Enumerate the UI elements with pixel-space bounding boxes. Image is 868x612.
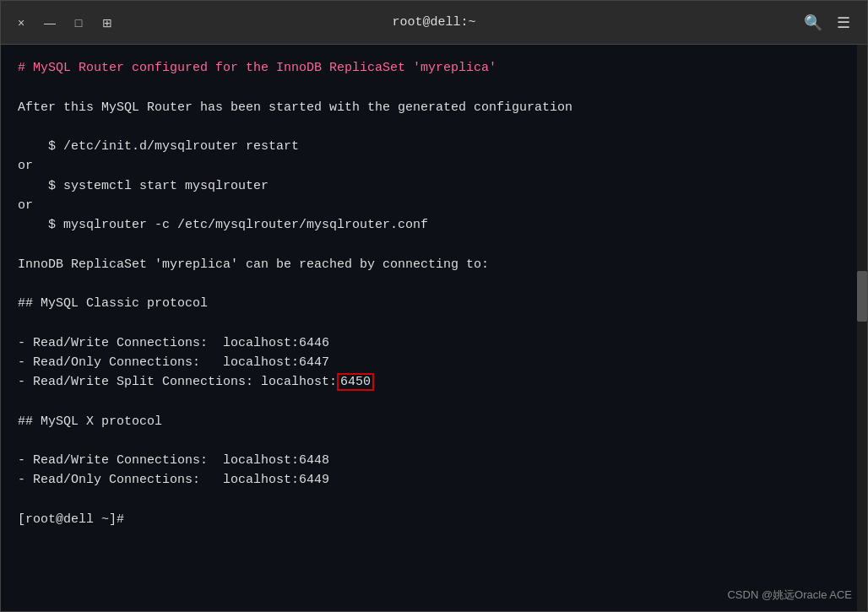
highlight-prefix: - Read/Write Split Connections: localhos… (18, 375, 337, 389)
terminal-body: # MySQL Router configured for the InnoDB… (1, 45, 867, 611)
title-bar-left: × — □ ⊞ (11, 13, 117, 33)
terminal-empty-line (18, 78, 850, 97)
close-button[interactable]: × (11, 13, 31, 33)
highlight-value: 6450 (337, 373, 374, 391)
maximize-button[interactable]: □ (68, 13, 89, 33)
terminal-line: - Read/Only Connections: localhost:6449 (18, 470, 850, 490)
terminal-window: × — □ ⊞ root@dell:~ 🔍 ☰ # MySQL Router c… (0, 0, 868, 612)
terminal-highlight-line: - Read/Write Split Connections: localhos… (18, 372, 850, 392)
terminal-empty-line (18, 490, 850, 510)
window-title: root@dell:~ (392, 15, 475, 30)
terminal-line: InnoDB ReplicaSet 'myreplica' can be rea… (18, 255, 850, 274)
terminal-line: or (18, 156, 850, 176)
terminal-line: $ mysqlrouter -c /etc/mysqlrouter/mysqlr… (18, 215, 850, 235)
watermark: CSDN @姚远Oracle ACE (727, 588, 852, 603)
terminal-line: - Read/Write Connections: localhost:6446 (18, 333, 850, 353)
terminal-line: - Read/Only Connections: localhost:6447 (18, 353, 850, 372)
terminal-comment-line: # MySQL Router configured for the InnoDB… (18, 58, 850, 78)
terminal-empty-line (18, 313, 850, 333)
terminal-line: ## MySQL Classic protocol (18, 294, 850, 313)
title-bar: × — □ ⊞ root@dell:~ 🔍 ☰ (1, 1, 867, 45)
terminal-line: or (18, 196, 850, 215)
scrollbar[interactable] (857, 45, 867, 611)
terminal-empty-line (18, 274, 850, 294)
terminal-empty-line (18, 431, 850, 451)
terminal-line: [root@dell ~]# (18, 510, 850, 529)
new-tab-button[interactable]: ⊞ (97, 13, 117, 33)
scrollbar-thumb[interactable] (857, 271, 867, 322)
menu-button[interactable]: ☰ (830, 9, 857, 36)
title-bar-right: 🔍 ☰ (800, 9, 857, 36)
terminal-empty-line (18, 392, 850, 411)
terminal-empty-line (18, 235, 850, 254)
terminal-line: ## MySQL X protocol (18, 412, 850, 431)
minimize-button[interactable]: — (40, 13, 60, 33)
terminal-line: $ systemctl start mysqlrouter (18, 176, 850, 196)
search-button[interactable]: 🔍 (800, 9, 827, 36)
terminal-line: $ /etc/init.d/mysqlrouter restart (18, 137, 850, 156)
terminal-line: After this MySQL Router has been started… (18, 98, 850, 117)
terminal-line: - Read/Write Connections: localhost:6448 (18, 451, 850, 470)
terminal-empty-line (18, 117, 850, 137)
